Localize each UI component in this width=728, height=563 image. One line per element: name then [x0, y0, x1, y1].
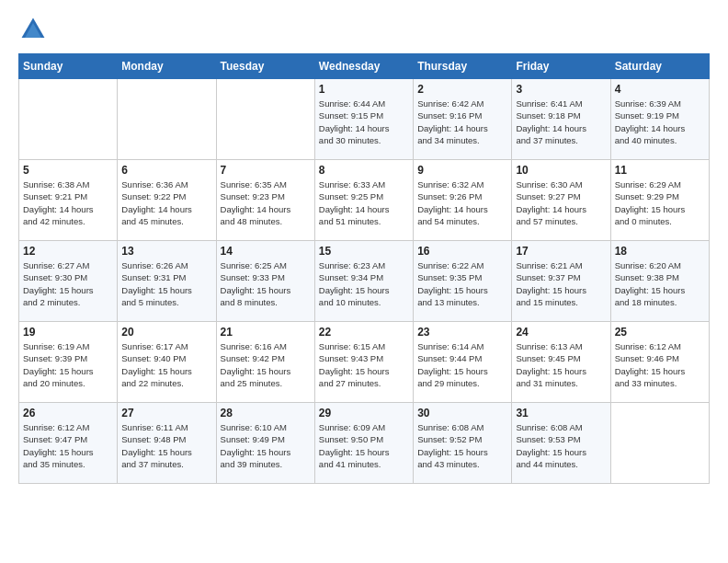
day-info: Sunrise: 6:20 AM Sunset: 9:38 PM Dayligh…	[615, 259, 705, 308]
day-info: Sunrise: 6:08 AM Sunset: 9:52 PM Dayligh…	[417, 421, 507, 470]
day-number: 28	[221, 407, 311, 419]
day-cell: 17Sunrise: 6:21 AM Sunset: 9:37 PM Dayli…	[512, 241, 610, 322]
day-info: Sunrise: 6:44 AM Sunset: 9:15 PM Dayligh…	[319, 98, 409, 146]
day-number: 14	[221, 245, 311, 258]
day-number: 20	[121, 326, 211, 339]
day-cell: 29Sunrise: 6:09 AM Sunset: 9:50 PM Dayli…	[314, 403, 413, 484]
week-row-4: 19Sunrise: 6:19 AM Sunset: 9:39 PM Dayli…	[19, 322, 710, 403]
week-row-5: 26Sunrise: 6:12 AM Sunset: 9:47 PM Dayli…	[19, 403, 710, 484]
day-info: Sunrise: 6:12 AM Sunset: 9:47 PM Dayligh…	[23, 421, 113, 470]
day-info: Sunrise: 6:29 AM Sunset: 9:29 PM Dayligh…	[615, 178, 705, 227]
day-number: 25	[615, 326, 705, 339]
day-cell: 4Sunrise: 6:39 AM Sunset: 9:19 PM Daylig…	[610, 79, 709, 160]
day-number: 2	[417, 83, 507, 96]
day-number: 24	[516, 326, 606, 339]
day-cell: 9Sunrise: 6:32 AM Sunset: 9:26 PM Daylig…	[414, 160, 512, 241]
day-cell	[216, 79, 314, 160]
day-cell: 18Sunrise: 6:20 AM Sunset: 9:38 PM Dayli…	[610, 241, 709, 322]
day-info: Sunrise: 6:16 AM Sunset: 9:42 PM Dayligh…	[221, 340, 311, 389]
calendar-body: 1Sunrise: 6:44 AM Sunset: 9:15 PM Daylig…	[19, 79, 710, 484]
calendar-table: SundayMondayTuesdayWednesdayThursdayFrid…	[18, 53, 710, 484]
day-cell: 26Sunrise: 6:12 AM Sunset: 9:47 PM Dayli…	[19, 403, 118, 484]
day-cell: 30Sunrise: 6:08 AM Sunset: 9:52 PM Dayli…	[414, 403, 512, 484]
header-cell-tuesday: Tuesday	[216, 54, 314, 79]
day-cell: 10Sunrise: 6:30 AM Sunset: 9:27 PM Dayli…	[512, 160, 610, 241]
day-cell: 20Sunrise: 6:17 AM Sunset: 9:40 PM Dayli…	[118, 322, 216, 403]
day-number: 5	[23, 164, 113, 177]
header-cell-wednesday: Wednesday	[314, 54, 413, 79]
day-number: 4	[615, 83, 705, 96]
header-cell-saturday: Saturday	[610, 54, 709, 79]
day-number: 15	[319, 245, 409, 258]
day-info: Sunrise: 6:09 AM Sunset: 9:50 PM Dayligh…	[319, 421, 409, 470]
day-info: Sunrise: 6:42 AM Sunset: 9:16 PM Dayligh…	[417, 98, 507, 146]
day-number: 26	[23, 407, 113, 419]
day-cell: 12Sunrise: 6:27 AM Sunset: 9:30 PM Dayli…	[19, 241, 118, 322]
day-cell: 21Sunrise: 6:16 AM Sunset: 9:42 PM Dayli…	[216, 322, 314, 403]
week-row-3: 12Sunrise: 6:27 AM Sunset: 9:30 PM Dayli…	[19, 241, 710, 322]
day-cell: 28Sunrise: 6:10 AM Sunset: 9:49 PM Dayli…	[216, 403, 314, 484]
day-number: 22	[319, 326, 409, 339]
day-info: Sunrise: 6:35 AM Sunset: 9:23 PM Dayligh…	[221, 178, 311, 227]
day-number: 19	[23, 326, 113, 339]
day-info: Sunrise: 6:15 AM Sunset: 9:43 PM Dayligh…	[319, 340, 409, 389]
day-cell	[19, 79, 118, 160]
day-info: Sunrise: 6:10 AM Sunset: 9:49 PM Dayligh…	[221, 421, 311, 470]
day-info: Sunrise: 6:25 AM Sunset: 9:33 PM Dayligh…	[221, 259, 311, 308]
day-number: 31	[516, 407, 606, 419]
day-cell: 11Sunrise: 6:29 AM Sunset: 9:29 PM Dayli…	[610, 160, 709, 241]
day-number: 7	[221, 164, 311, 177]
header-cell-monday: Monday	[118, 54, 216, 79]
header-row: SundayMondayTuesdayWednesdayThursdayFrid…	[19, 54, 710, 79]
day-number: 16	[417, 245, 507, 258]
day-info: Sunrise: 6:12 AM Sunset: 9:46 PM Dayligh…	[615, 340, 705, 389]
day-info: Sunrise: 6:14 AM Sunset: 9:44 PM Dayligh…	[417, 340, 507, 389]
logo-icon	[18, 15, 48, 44]
week-row-1: 1Sunrise: 6:44 AM Sunset: 9:15 PM Daylig…	[19, 79, 710, 160]
day-cell: 3Sunrise: 6:41 AM Sunset: 9:18 PM Daylig…	[512, 79, 610, 160]
day-number: 6	[121, 164, 211, 177]
day-cell: 22Sunrise: 6:15 AM Sunset: 9:43 PM Dayli…	[314, 322, 413, 403]
day-number: 10	[516, 164, 606, 177]
day-cell: 2Sunrise: 6:42 AM Sunset: 9:16 PM Daylig…	[414, 79, 512, 160]
day-number: 23	[417, 326, 507, 339]
day-cell	[610, 403, 709, 484]
day-cell: 5Sunrise: 6:38 AM Sunset: 9:21 PM Daylig…	[19, 160, 118, 241]
day-info: Sunrise: 6:33 AM Sunset: 9:25 PM Dayligh…	[319, 178, 409, 227]
day-number: 3	[516, 83, 606, 96]
day-info: Sunrise: 6:38 AM Sunset: 9:21 PM Dayligh…	[23, 178, 113, 227]
day-cell: 1Sunrise: 6:44 AM Sunset: 9:15 PM Daylig…	[314, 79, 413, 160]
day-info: Sunrise: 6:32 AM Sunset: 9:26 PM Dayligh…	[417, 178, 507, 227]
day-cell	[118, 79, 216, 160]
day-number: 30	[417, 407, 507, 419]
day-info: Sunrise: 6:26 AM Sunset: 9:31 PM Dayligh…	[121, 259, 211, 308]
calendar-header: SundayMondayTuesdayWednesdayThursdayFrid…	[19, 54, 710, 79]
day-cell: 7Sunrise: 6:35 AM Sunset: 9:23 PM Daylig…	[216, 160, 314, 241]
logo	[18, 15, 51, 44]
day-number: 18	[615, 245, 705, 258]
day-cell: 19Sunrise: 6:19 AM Sunset: 9:39 PM Dayli…	[19, 322, 118, 403]
day-info: Sunrise: 6:36 AM Sunset: 9:22 PM Dayligh…	[121, 178, 211, 227]
day-info: Sunrise: 6:41 AM Sunset: 9:18 PM Dayligh…	[516, 98, 606, 146]
day-info: Sunrise: 6:22 AM Sunset: 9:35 PM Dayligh…	[417, 259, 507, 308]
day-number: 21	[221, 326, 311, 339]
day-number: 29	[319, 407, 409, 419]
day-cell: 16Sunrise: 6:22 AM Sunset: 9:35 PM Dayli…	[414, 241, 512, 322]
week-row-2: 5Sunrise: 6:38 AM Sunset: 9:21 PM Daylig…	[19, 160, 710, 241]
day-number: 27	[121, 407, 211, 419]
day-cell: 14Sunrise: 6:25 AM Sunset: 9:33 PM Dayli…	[216, 241, 314, 322]
day-info: Sunrise: 6:11 AM Sunset: 9:48 PM Dayligh…	[121, 421, 211, 470]
day-number: 12	[23, 245, 113, 258]
day-number: 8	[319, 164, 409, 177]
day-cell: 24Sunrise: 6:13 AM Sunset: 9:45 PM Dayli…	[512, 322, 610, 403]
header-cell-thursday: Thursday	[414, 54, 512, 79]
day-info: Sunrise: 6:13 AM Sunset: 9:45 PM Dayligh…	[516, 340, 606, 389]
header-cell-sunday: Sunday	[19, 54, 118, 79]
day-cell: 27Sunrise: 6:11 AM Sunset: 9:48 PM Dayli…	[118, 403, 216, 484]
day-cell: 25Sunrise: 6:12 AM Sunset: 9:46 PM Dayli…	[610, 322, 709, 403]
day-number: 17	[516, 245, 606, 258]
day-info: Sunrise: 6:17 AM Sunset: 9:40 PM Dayligh…	[121, 340, 211, 389]
day-number: 9	[417, 164, 507, 177]
day-info: Sunrise: 6:27 AM Sunset: 9:30 PM Dayligh…	[23, 259, 113, 308]
day-number: 1	[319, 83, 409, 96]
